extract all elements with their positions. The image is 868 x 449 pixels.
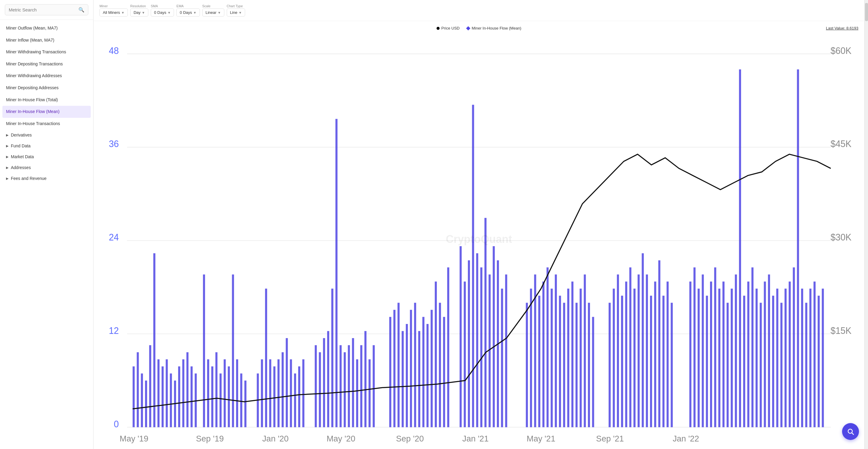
svg-rect-127 [671, 303, 673, 427]
svg-rect-135 [718, 289, 720, 427]
svg-rect-155 [801, 289, 803, 427]
search-container: 🔍 [0, 0, 93, 20]
svg-text:$60K: $60K [831, 45, 851, 56]
sidebar-item-miner-depositing-addresses[interactable]: Miner Depositing Addresses [0, 82, 93, 94]
svg-rect-77 [427, 324, 429, 427]
svg-rect-54 [319, 352, 321, 427]
sidebar-item-miner-inhouse-transactions[interactable]: Miner In-House Transactions [0, 118, 93, 130]
svg-text:$45K: $45K [831, 139, 851, 149]
svg-rect-153 [793, 267, 795, 427]
svg-rect-75 [418, 331, 420, 427]
svg-rect-80 [439, 303, 441, 427]
svg-rect-93 [501, 289, 503, 427]
svg-rect-120 [642, 253, 644, 427]
chart-legend: Price USD Miner In-House Flow (Mean) Las… [99, 26, 858, 30]
svg-rect-101 [551, 289, 553, 427]
toolbar-sma-caret: ▼ [167, 11, 170, 14]
search-box[interactable]: 🔍 [5, 4, 88, 15]
svg-text:48: 48 [109, 45, 119, 56]
svg-rect-122 [650, 296, 652, 427]
chart-svg: 48 36 24 12 0 $60K $45K $30K $15K [99, 34, 858, 444]
toolbar-miner-select[interactable]: All Miners ▼ [99, 8, 128, 17]
search-input[interactable] [9, 7, 79, 12]
svg-rect-46 [277, 359, 279, 427]
svg-rect-142 [747, 282, 749, 427]
legend-flow-label: Miner In-House Flow (Mean) [471, 26, 521, 30]
svg-rect-69 [394, 310, 396, 427]
sidebar-item-miner-inhouse-flow-total[interactable]: Miner In-House Flow (Total) [0, 94, 93, 106]
svg-rect-137 [726, 303, 729, 427]
svg-text:Jan '21: Jan '21 [462, 434, 489, 443]
legend-flow: Miner In-House Flow (Mean) [467, 26, 521, 30]
toolbar-scale-select[interactable]: Linear ▼ [202, 8, 224, 17]
toolbar-charttype-label: Chart Type [227, 4, 245, 8]
svg-rect-115 [621, 296, 623, 427]
svg-rect-132 [706, 296, 708, 427]
toolbar: Miner All Miners ▼ Resolution Day ▼ SMA … [93, 0, 864, 21]
svg-rect-145 [760, 303, 762, 427]
sidebar-section-market-data[interactable]: ▶Market Data [0, 151, 93, 162]
svg-rect-100 [547, 267, 549, 427]
svg-rect-98 [538, 296, 540, 427]
svg-rect-45 [274, 366, 276, 427]
toolbar-miner-group: Miner All Miners ▼ [99, 4, 128, 17]
svg-rect-60 [344, 352, 346, 427]
svg-rect-67 [373, 345, 375, 427]
sidebar-item-miner-inhouse-flow-mean[interactable]: Miner In-House Flow (Mean) [2, 106, 91, 118]
sidebar-item-miner-depositing-transactions[interactable]: Miner Depositing Transactions [0, 58, 93, 70]
svg-rect-148 [772, 296, 774, 427]
svg-rect-47 [282, 352, 284, 427]
toolbar-charttype-select[interactable]: Line ▼ [227, 8, 245, 17]
sidebar-item-miner-withdrawing-transactions[interactable]: Miner Withdrawing Transactions [0, 46, 93, 58]
svg-text:Sep '20: Sep '20 [396, 434, 424, 443]
svg-rect-50 [294, 373, 296, 427]
toolbar-sma-select[interactable]: 0 Days ▼ [151, 8, 174, 17]
toolbar-sma-group: SMA 0 Days ▼ [151, 4, 174, 17]
svg-text:Jan '22: Jan '22 [673, 434, 699, 443]
svg-rect-70 [397, 303, 400, 427]
svg-rect-128 [689, 282, 691, 427]
sidebar-section-addresses[interactable]: ▶Addresses [0, 162, 93, 173]
svg-rect-96 [530, 289, 532, 427]
sidebar-item-miner-withdrawing-addresses[interactable]: Miner Withdrawing Addresses [0, 70, 93, 82]
svg-line-171 [852, 433, 854, 435]
svg-rect-146 [764, 282, 766, 427]
svg-rect-140 [739, 69, 741, 427]
toolbar-ema-caret: ▼ [193, 11, 196, 14]
toolbar-ema-value: 0 Days [180, 10, 192, 15]
legend-price: Price USD [437, 26, 460, 30]
chevron-icon: ▶ [6, 177, 8, 181]
svg-rect-61 [348, 345, 350, 427]
svg-rect-89 [485, 218, 487, 427]
search-fab[interactable] [842, 423, 859, 440]
svg-rect-151 [784, 289, 786, 427]
toolbar-ema-select[interactable]: 0 Days ▼ [176, 8, 199, 17]
sidebar-item-miner-inflow[interactable]: Miner Inflow (Mean, MA7) [0, 34, 93, 46]
svg-rect-31 [207, 359, 209, 427]
sidebar-section-derivatives[interactable]: ▶Derivatives [0, 130, 93, 140]
scrollbar-thumb[interactable] [865, 3, 868, 21]
svg-rect-79 [435, 282, 437, 427]
svg-rect-52 [302, 359, 305, 427]
toolbar-resolution-group: Resolution Day ▼ [130, 4, 148, 17]
svg-text:$15K: $15K [831, 326, 851, 336]
sidebar-section-fees-and-revenue[interactable]: ▶Fees and Revenue [0, 173, 93, 184]
svg-rect-116 [625, 282, 627, 427]
svg-rect-71 [402, 331, 404, 427]
svg-rect-136 [722, 282, 724, 427]
sidebar-section-fund-data[interactable]: ▶Fund Data [0, 140, 93, 151]
toolbar-resolution-select[interactable]: Day ▼ [130, 8, 148, 17]
svg-rect-111 [592, 317, 594, 427]
svg-text:Jan '20: Jan '20 [262, 434, 289, 443]
svg-rect-36 [228, 366, 230, 427]
svg-rect-105 [567, 289, 569, 427]
scrollbar-track[interactable] [864, 0, 868, 449]
svg-rect-160 [822, 289, 824, 427]
svg-rect-22 [166, 359, 168, 427]
svg-rect-18 [149, 345, 151, 427]
svg-rect-14 [133, 366, 135, 427]
toolbar-charttype-group: Chart Type Line ▼ [227, 4, 245, 17]
svg-rect-138 [731, 289, 733, 427]
sidebar-item-miner-outflow[interactable]: Miner Outflow (Mean, MA7) [0, 22, 93, 34]
svg-rect-15 [137, 352, 139, 427]
